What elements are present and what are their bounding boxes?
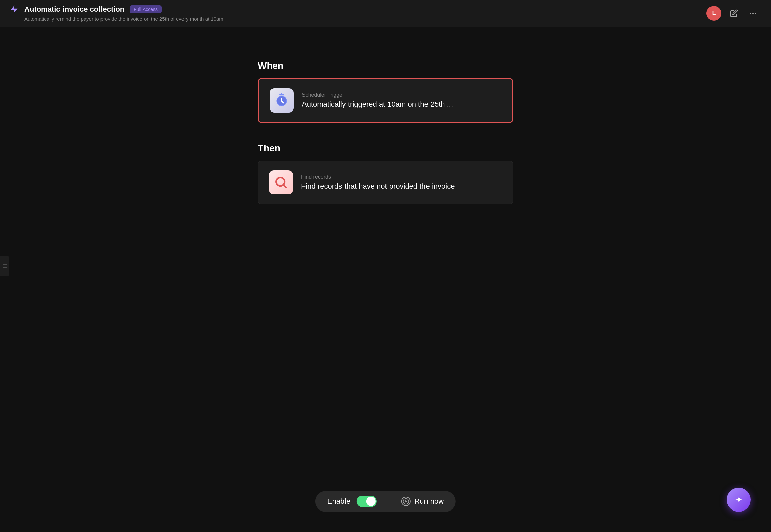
fab-button[interactable]: ✦ [727,488,751,512]
svg-marker-11 [405,500,407,503]
find-records-description: Find records that have not provided the … [301,182,455,191]
run-now-section[interactable]: Run now [389,497,444,506]
svg-point-3 [755,13,756,14]
enable-section: Enable [327,496,389,507]
fab-icon: ✦ [735,494,743,505]
header-subtitle: Automatically remind the payer to provid… [24,16,224,22]
run-now-icon [401,497,410,506]
header-right: L [706,6,759,21]
svg-point-1 [750,13,751,14]
sidebar-toggle[interactable] [0,256,9,276]
svg-point-2 [752,13,754,14]
when-section: When Scheduler Trigger Automatically tri… [258,60,513,123]
access-badge: Full Access [130,5,162,13]
app-title: Automatic invoice collection [24,5,124,14]
trigger-card-text: Scheduler Trigger Automatically triggere… [302,92,453,109]
run-now-label: Run now [414,497,444,506]
header-left: Automatic invoice collection Full Access… [9,5,224,22]
scheduler-icon-box [270,88,294,113]
avatar[interactable]: L [706,6,721,21]
find-records-type-label: Find records [301,174,455,180]
bolt-icon [9,5,19,14]
find-records-card-text: Find records Find records that have not … [301,174,455,191]
header-title-row: Automatic invoice collection Full Access [9,5,224,14]
enable-toggle[interactable] [356,496,376,507]
svg-marker-0 [11,5,18,13]
main-content: When Scheduler Trigger Automatically tri… [0,27,771,204]
find-records-card[interactable]: Find records Find records that have not … [258,161,513,204]
header: Automatic invoice collection Full Access… [0,0,771,27]
find-records-icon-box [269,170,293,194]
toggle-knob [366,497,375,506]
edit-icon[interactable] [728,7,740,19]
scheduler-trigger-card[interactable]: Scheduler Trigger Automatically triggere… [258,78,513,123]
trigger-type-label: Scheduler Trigger [302,92,453,98]
bottom-toolbar: Enable Run now [315,491,456,512]
then-section: Then Find records Find records that have… [258,143,513,204]
then-label: Then [258,143,513,154]
trigger-description: Automatically triggered at 10am on the 2… [302,100,453,109]
when-label: When [258,60,513,71]
more-options-icon[interactable] [747,7,759,19]
enable-label: Enable [327,497,351,506]
